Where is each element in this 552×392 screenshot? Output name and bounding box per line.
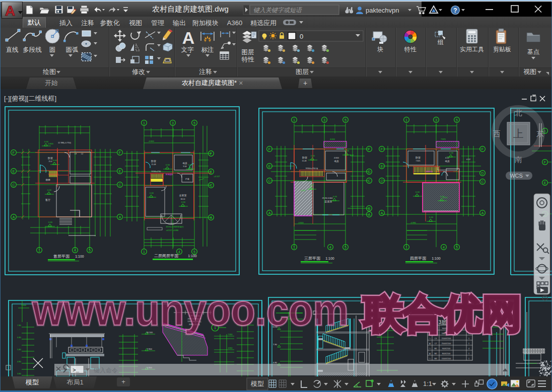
svg-text:1:100: 1:100 xyxy=(75,255,84,258)
svg-text:4: 4 xyxy=(74,249,76,252)
svg-text:起居室: 起居室 xyxy=(325,200,332,203)
svg-text:5.80: 5.80 xyxy=(17,349,21,351)
svg-text:C9: C9 xyxy=(75,153,77,155)
svg-text:0.00: 0.00 xyxy=(416,191,420,193)
svg-text:C: C xyxy=(268,179,270,183)
svg-text:C: C xyxy=(368,179,370,183)
svg-text:A: A xyxy=(5,3,15,18)
svg-text:5: 5 xyxy=(193,121,195,125)
svg-text:文字: 文字 xyxy=(181,46,194,53)
svg-text:视图: 视图 xyxy=(523,68,536,75)
svg-text:四层平面: 四层平面 xyxy=(410,256,427,261)
svg-text:0.00: 0.00 xyxy=(345,149,350,152)
svg-text:3: 3 xyxy=(172,121,174,125)
svg-text:1: 1 xyxy=(468,353,469,355)
svg-text:7.80: 7.80 xyxy=(17,325,21,327)
svg-text:15.48: 15.48 xyxy=(302,160,307,162)
svg-text:修改: 修改 xyxy=(132,68,145,75)
svg-text:-0.980: -0.980 xyxy=(410,221,416,224)
svg-text:1: 1 xyxy=(468,343,469,345)
svg-text:800X2100: 800X2100 xyxy=(442,353,450,355)
svg-text:0.00: 0.00 xyxy=(53,159,57,162)
svg-text:双跑楼梯: 双跑楼梯 xyxy=(426,171,433,173)
svg-text:圆弧: 圆弧 xyxy=(66,46,79,53)
svg-text:-0.600: -0.600 xyxy=(47,142,53,145)
svg-text:A: A xyxy=(182,28,195,47)
svg-text:书房: 书房 xyxy=(334,160,339,163)
svg-text:12 3M(+0.750): 12 3M(+0.750) xyxy=(58,141,72,144)
svg-text:3.471: 3.471 xyxy=(443,197,448,199)
svg-text:+4.517: +4.517 xyxy=(214,175,220,178)
svg-text:3: 3 xyxy=(435,118,437,122)
svg-text:0.00: 0.00 xyxy=(310,184,314,186)
svg-text:5: 5 xyxy=(456,246,458,249)
svg-text:A: A xyxy=(368,213,371,216)
svg-text:7.000: 7.000 xyxy=(21,304,27,306)
svg-text:0.00: 0.00 xyxy=(47,189,52,191)
svg-text:6.80: 6.80 xyxy=(17,337,21,339)
svg-text:B: B xyxy=(368,207,371,210)
svg-text:特性: 特性 xyxy=(242,56,255,63)
svg-text:标注: 标注 xyxy=(201,46,214,53)
svg-text:5: 5 xyxy=(344,118,347,122)
svg-text:F: F xyxy=(119,151,121,154)
svg-text:F: F xyxy=(381,147,383,151)
svg-text:注释: 注释 xyxy=(199,68,212,75)
svg-text:9.58: 9.58 xyxy=(183,166,187,168)
svg-text:特性: 特性 xyxy=(404,46,417,53)
svg-text:键入命令: 键入命令 xyxy=(94,367,118,374)
svg-text:www.unyoo.com: www.unyoo.com xyxy=(32,285,349,335)
svg-text:F: F xyxy=(210,152,212,155)
svg-text:1: 1 xyxy=(468,338,469,340)
svg-text:?: ? xyxy=(453,7,457,14)
svg-text:C: C xyxy=(12,183,15,187)
svg-text:C7: C7 xyxy=(435,343,437,345)
svg-text:客厅: 客厅 xyxy=(45,198,50,201)
svg-text:0.00: 0.00 xyxy=(181,201,186,203)
svg-text:4.600: 4.600 xyxy=(334,156,339,159)
svg-text:东: 东 xyxy=(536,129,544,138)
svg-text:4.80: 4.80 xyxy=(273,361,278,364)
svg-text:4.470: 4.470 xyxy=(301,190,306,192)
svg-text:2100X2100: 2100X2100 xyxy=(442,338,451,340)
svg-text:4: 4 xyxy=(329,246,331,249)
svg-text:E: E xyxy=(544,181,546,185)
svg-text:0: 0 xyxy=(300,33,303,40)
svg-text:C: C xyxy=(210,184,212,187)
svg-text:M1: M1 xyxy=(435,348,437,350)
svg-text:-0.600: -0.600 xyxy=(148,140,154,142)
svg-text:900X2100: 900X2100 xyxy=(442,348,450,350)
svg-text:7.800: 7.800 xyxy=(147,348,153,350)
svg-text:38.24: 38.24 xyxy=(181,198,185,200)
svg-text:组: 组 xyxy=(437,39,444,46)
svg-text:2500X2100: 2500X2100 xyxy=(442,343,451,345)
svg-text:首层平面: 首层平面 xyxy=(53,254,70,259)
svg-text:三层平面: 三层平面 xyxy=(304,256,321,261)
svg-text:5: 5 xyxy=(344,246,347,249)
svg-text:1: 1 xyxy=(405,246,407,249)
svg-text:M3: M3 xyxy=(435,358,437,360)
svg-text:全家室: 全家室 xyxy=(179,194,187,197)
svg-text:贮藏: 贮藏 xyxy=(185,178,189,180)
svg-text:4: 4 xyxy=(178,250,180,254)
svg-text:D: D xyxy=(481,172,484,175)
svg-text:±4.517 +4.680: ±4.517 +4.680 xyxy=(166,229,178,231)
svg-text:3: 3 xyxy=(323,118,325,122)
svg-text:5: 5 xyxy=(193,250,195,254)
svg-text:剪贴板: 剪贴板 xyxy=(493,46,511,53)
svg-text:F: F xyxy=(481,147,484,151)
svg-text:4.800: 4.800 xyxy=(228,347,233,349)
svg-text:卧室: 卧室 xyxy=(416,156,421,159)
svg-text:双跑楼梯: 双跑楼梯 xyxy=(166,173,173,176)
svg-text:1:100: 1:100 xyxy=(188,254,197,258)
svg-text:1:1: 1:1 xyxy=(423,380,432,387)
svg-text:门: 门 xyxy=(429,357,431,360)
svg-text:C: C xyxy=(481,180,484,184)
svg-text:卧室: 卧室 xyxy=(48,156,53,160)
svg-text:A: A xyxy=(381,211,383,215)
svg-text:!: ! xyxy=(516,384,517,387)
svg-text:9X300=2700: 9X300=2700 xyxy=(152,171,161,173)
svg-text:卧室: 卧室 xyxy=(302,156,307,159)
svg-text:0.00: 0.00 xyxy=(333,195,337,198)
svg-text:9X300=2700 踏: 9X300=2700 踏 xyxy=(306,168,318,170)
